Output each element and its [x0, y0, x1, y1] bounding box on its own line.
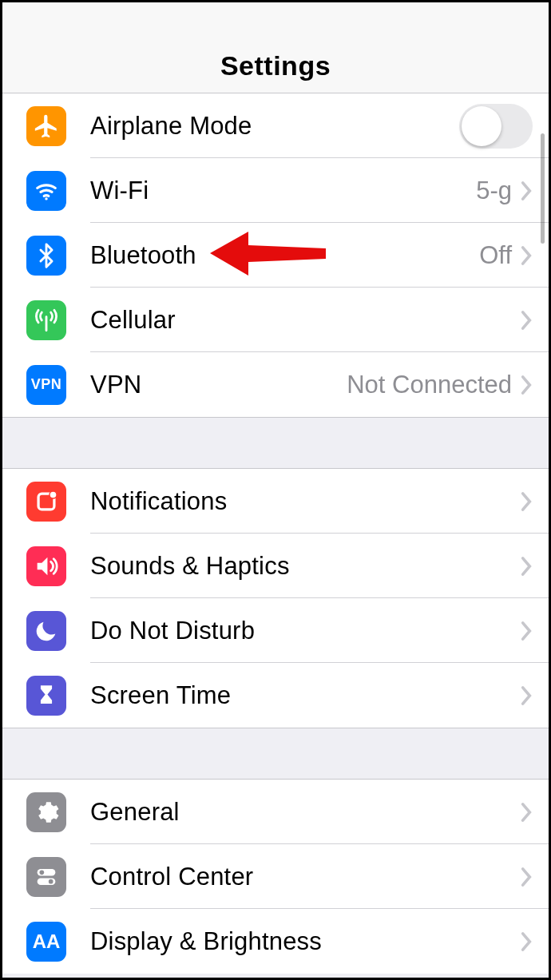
row-wifi[interactable]: Wi-Fi 5-g: [2, 158, 549, 223]
row-label: General: [90, 798, 520, 827]
row-label: Bluetooth: [90, 241, 479, 270]
row-label: Airplane Mode: [90, 112, 459, 141]
svg-point-4: [40, 870, 45, 875]
chevron-right-icon: [520, 181, 533, 201]
chevron-right-icon: [520, 375, 533, 395]
group-spacer: [2, 417, 549, 469]
chevron-right-icon: [520, 867, 533, 887]
bluetooth-icon: [26, 236, 66, 276]
chevron-right-icon: [520, 621, 533, 641]
row-label: Notifications: [90, 487, 520, 516]
hourglass-icon: [26, 676, 66, 716]
chevron-right-icon: [520, 310, 533, 331]
settings-group-general: General Control Center AA Display & Brig…: [2, 780, 549, 974]
chevron-right-icon: [520, 685, 533, 706]
row-vpn[interactable]: VPN VPN Not Connected: [2, 352, 549, 417]
chevron-right-icon: [520, 931, 533, 952]
row-bluetooth[interactable]: Bluetooth Off: [2, 223, 549, 288]
row-label: Do Not Disturb: [90, 617, 520, 645]
settings-header: Settings: [2, 2, 549, 93]
row-do-not-disturb[interactable]: Do Not Disturb: [2, 598, 549, 663]
row-control-center[interactable]: Control Center: [2, 844, 549, 909]
row-label: Control Center: [90, 863, 520, 891]
row-display-brightness[interactable]: AA Display & Brightness: [2, 909, 549, 974]
group-spacer: [2, 728, 549, 780]
row-label: Display & Brightness: [90, 927, 520, 956]
chevron-right-icon: [520, 802, 533, 823]
chevron-right-icon: [520, 556, 533, 577]
switches-icon: [26, 857, 66, 897]
page-title: Settings: [220, 50, 331, 81]
row-value: 5-g: [476, 177, 512, 205]
wifi-icon: [26, 171, 66, 211]
row-general[interactable]: General: [2, 780, 549, 844]
chevron-right-icon: [520, 491, 533, 512]
settings-group-connectivity: Airplane Mode Wi-Fi 5-g Bluetooth Off Ce…: [2, 93, 549, 417]
airplane-mode-switch[interactable]: [459, 104, 533, 149]
text-size-icon: AA: [26, 922, 66, 962]
cellular-icon: [26, 300, 66, 340]
row-label: Wi-Fi: [90, 177, 476, 205]
row-value: Off: [479, 241, 512, 270]
svg-point-2: [50, 490, 57, 498]
sounds-icon: [26, 546, 66, 586]
vpn-icon: VPN: [26, 365, 66, 405]
scrollbar[interactable]: [541, 133, 545, 244]
moon-icon: [26, 611, 66, 651]
notifications-icon: [26, 482, 66, 522]
row-label: Cellular: [90, 306, 520, 335]
row-screen-time[interactable]: Screen Time: [2, 663, 549, 728]
row-notifications[interactable]: Notifications: [2, 469, 549, 534]
row-label: Sounds & Haptics: [90, 552, 520, 581]
gear-icon: [26, 792, 66, 832]
row-sounds-haptics[interactable]: Sounds & Haptics: [2, 534, 549, 598]
settings-group-notifications: Notifications Sounds & Haptics Do Not Di…: [2, 469, 549, 728]
row-label: VPN: [90, 371, 347, 399]
row-label: Screen Time: [90, 681, 520, 710]
chevron-right-icon: [520, 245, 533, 266]
svg-point-0: [45, 197, 47, 200]
row-value: Not Connected: [347, 371, 512, 399]
airplane-icon: [26, 106, 66, 146]
row-airplane-mode[interactable]: Airplane Mode: [2, 93, 549, 158]
row-cellular[interactable]: Cellular: [2, 288, 549, 352]
svg-point-6: [49, 879, 54, 883]
